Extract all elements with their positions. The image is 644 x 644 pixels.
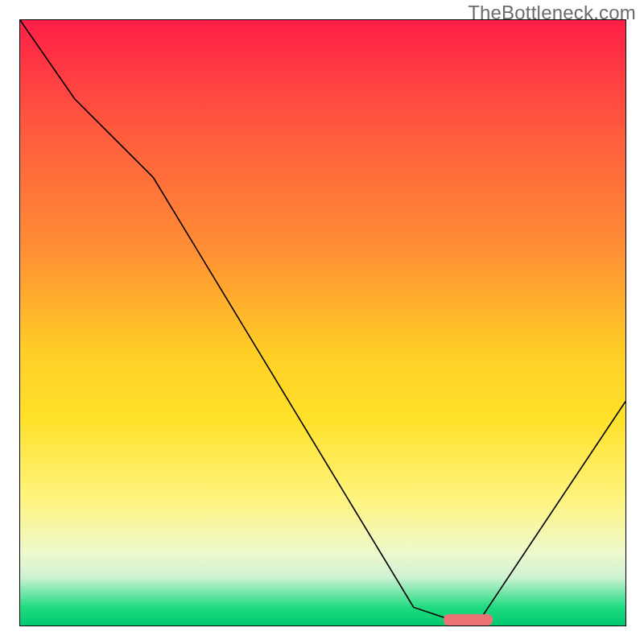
plot-area <box>19 19 626 626</box>
bottleneck-curve <box>20 20 625 625</box>
optimal-marker <box>444 614 492 625</box>
chart-container: TheBottleneck.com <box>0 0 644 644</box>
